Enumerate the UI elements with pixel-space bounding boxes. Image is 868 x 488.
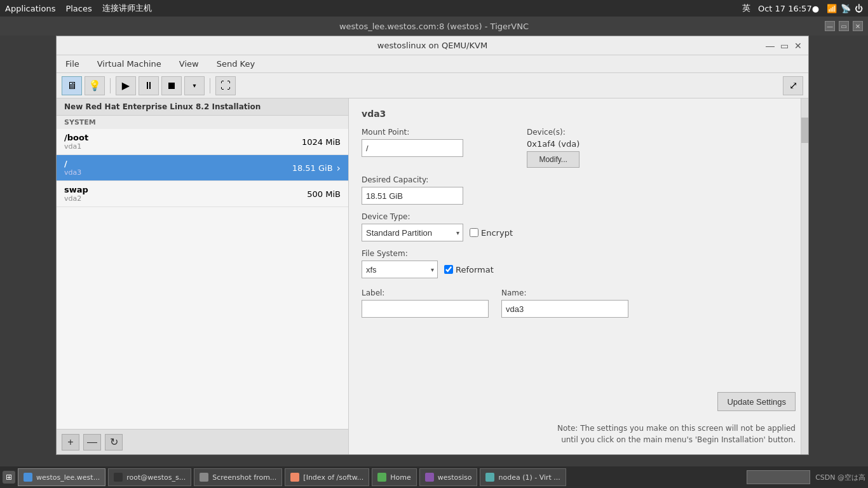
toolbar-stop[interactable]: ⏹: [161, 76, 182, 95]
vm-restore[interactable]: ▭: [779, 41, 789, 51]
toolbar-separator: [110, 78, 111, 93]
reformat-checkbox[interactable]: [444, 265, 453, 274]
name-input[interactable]: [501, 300, 628, 318]
language-indicator[interactable]: 英: [742, 3, 750, 14]
toolbar-separator-2: [210, 78, 210, 93]
system-bar: Applications Places 连接讲师主机 英 Oct 17 16:5…: [0, 0, 868, 17]
devices-label: Device(s):: [527, 128, 580, 137]
system-tray: 英 Oct 17 16:57● 📶 📡 ⏻: [742, 3, 863, 14]
label-name-row: Label: Name:: [362, 288, 796, 318]
part-arrow-root: ›: [337, 162, 341, 174]
taskbar-label-home: Home: [390, 473, 410, 482]
taskbar-dot-home: [377, 473, 386, 482]
taskbar-right: CSDN @空は高: [747, 470, 865, 484]
toolbar-extra[interactable]: ⤢: [783, 76, 803, 95]
detail-scrollbar[interactable]: [801, 98, 808, 454]
tigervnc-close[interactable]: ✕: [853, 21, 863, 31]
partition-item-swap[interactable]: swap vda2 500 MiB: [57, 181, 348, 207]
vm-close[interactable]: ✕: [793, 41, 803, 51]
part-name-swap: swap: [64, 185, 88, 194]
tigervnc-titlebar: westos_lee.westos.com:8 (westos) - Tiger…: [0, 17, 868, 36]
device-type-wrapper: Standard Partition LVM LVM Thin Provisio…: [362, 224, 463, 241]
tigervnc-minimize[interactable]: —: [825, 21, 835, 31]
partition-footer: + — ↻: [57, 429, 348, 454]
taskbar-label-virt: nodea (1) - Virt ...: [498, 473, 560, 482]
taskbar-desktop-icon[interactable]: ⊞: [3, 471, 15, 484]
vm-toolbar: 🖥 💡 ▶ ⏸ ⏹ ▾ ⛶ ⤢: [57, 73, 808, 98]
vm-titlebar: westoslinux on QEMU/KVM — ▭ ✕: [57, 36, 808, 55]
taskbar-dot-westosiso: [425, 473, 434, 482]
menu-send-key[interactable]: Send Key: [213, 58, 259, 70]
mount-point-label: Mount Point:: [362, 128, 463, 137]
taskbar-dot-vnc: [24, 473, 32, 482]
partition-item-boot[interactable]: /boot vda1 1024 MiB: [57, 129, 348, 155]
taskbar-item-terminal[interactable]: root@westos_s...: [108, 468, 191, 486]
scrollbar-thumb[interactable]: [801, 118, 808, 143]
detail-panel: vda3 Mount Point: Device(s): 0x1af4 (vda…: [349, 98, 808, 454]
status-icons: 📶 📡 ⏻: [827, 4, 863, 13]
places-menu[interactable]: Places: [65, 4, 92, 13]
remove-partition-button[interactable]: —: [83, 434, 101, 451]
toolbar-fullscreen[interactable]: ⛶: [215, 76, 236, 95]
csdn-label: CSDN @空は高: [815, 473, 865, 482]
part-size-swap: 500 MiB: [307, 189, 341, 199]
taskbar: ⊞ westos_lee.west... root@westos_s... Sc…: [0, 466, 868, 488]
toolbar-info[interactable]: 💡: [85, 76, 105, 95]
taskbar-item-home[interactable]: Home: [372, 468, 416, 486]
reformat-checkbox-label[interactable]: Reformat: [444, 265, 494, 274]
vm-menubar: File Virtual Machine View Send Key: [57, 55, 808, 73]
refresh-partition-button[interactable]: ↻: [105, 434, 123, 451]
partition-panel: New Red Hat Enterprise Linux 8.2 Install…: [57, 98, 349, 454]
part-size-boot: 1024 MiB: [302, 137, 341, 147]
label-input[interactable]: [362, 300, 489, 318]
encrypt-checkbox[interactable]: [470, 228, 478, 237]
toolbar-monitor[interactable]: 🖥: [62, 76, 82, 95]
taskbar-item-virt[interactable]: nodea (1) - Virt ...: [480, 468, 566, 486]
taskbar-label-terminal: root@westos_s...: [126, 473, 186, 482]
part-name-boot: /boot: [64, 133, 88, 142]
filesystem-wrapper: xfs ext4 ext3 ext2 vfat swap ▾: [362, 261, 438, 278]
vm-content: New Red Hat Enterprise Linux 8.2 Install…: [57, 98, 808, 454]
connect-teacher[interactable]: 连接讲师主机: [102, 3, 152, 14]
filesystem-label: File System:: [362, 249, 796, 258]
add-partition-button[interactable]: +: [62, 434, 79, 451]
power-icon: ⏻: [855, 4, 863, 13]
tigervnc-restore[interactable]: ▭: [839, 21, 849, 31]
taskbar-item-browser[interactable]: [Index of /softw...: [285, 468, 369, 486]
wifi-icon: 📶: [827, 4, 837, 13]
desired-capacity-input[interactable]: [362, 187, 463, 205]
name-field-label: Name:: [501, 288, 628, 297]
device-type-label: Device Type:: [362, 212, 796, 221]
vm-controls: — ▭ ✕: [765, 41, 803, 51]
taskbar-dot-screenshot: [200, 473, 208, 482]
toolbar-dropdown[interactable]: ▾: [184, 76, 205, 95]
taskbar-search[interactable]: [747, 470, 810, 484]
label-field-label: Label:: [362, 288, 489, 297]
menu-virtual-machine[interactable]: Virtual Machine: [93, 58, 165, 70]
tigervnc-title: westos_lee.westos.com:8 (westos) - Tiger…: [339, 22, 529, 31]
tigervnc-controls: — ▭ ✕: [825, 21, 863, 31]
modify-button[interactable]: Modify...: [527, 151, 580, 168]
menu-file[interactable]: File: [62, 58, 83, 70]
applications-menu[interactable]: Applications: [5, 4, 55, 13]
taskbar-item-westosiso[interactable]: westosiso: [419, 468, 478, 486]
taskbar-label-browser: [Index of /softw...: [303, 473, 363, 482]
part-size-root: 18.51 GiB: [292, 163, 333, 173]
filesystem-select[interactable]: xfs ext4 ext3 ext2 vfat swap: [362, 261, 438, 278]
mount-point-input[interactable]: [362, 139, 463, 157]
taskbar-item-screenshot[interactable]: Screenshot from...: [194, 468, 282, 486]
taskbar-item-vnc[interactable]: westos_lee.west...: [18, 468, 105, 486]
device-type-row: Device Type: Standard Partition LVM LVM …: [362, 212, 796, 241]
menu-view[interactable]: View: [175, 58, 203, 70]
note-text: Note: The settings you make on this scre…: [554, 423, 796, 445]
signal-icon: 📡: [841, 4, 851, 13]
update-settings-button[interactable]: Update Settings: [717, 392, 796, 411]
toolbar-pause[interactable]: ⏸: [139, 76, 159, 95]
partition-item-root[interactable]: / vda3 18.51 GiB ›: [57, 155, 348, 181]
encrypt-checkbox-label[interactable]: Encrypt: [470, 228, 513, 238]
mount-devices-row: Mount Point: Device(s): 0x1af4 (vda) Mod…: [362, 128, 796, 168]
device-type-select[interactable]: Standard Partition LVM LVM Thin Provisio…: [362, 224, 463, 241]
vm-minimize[interactable]: —: [765, 41, 775, 51]
toolbar-play[interactable]: ▶: [116, 76, 136, 95]
vm-window: westoslinux on QEMU/KVM — ▭ ✕ File Virtu…: [56, 36, 809, 455]
